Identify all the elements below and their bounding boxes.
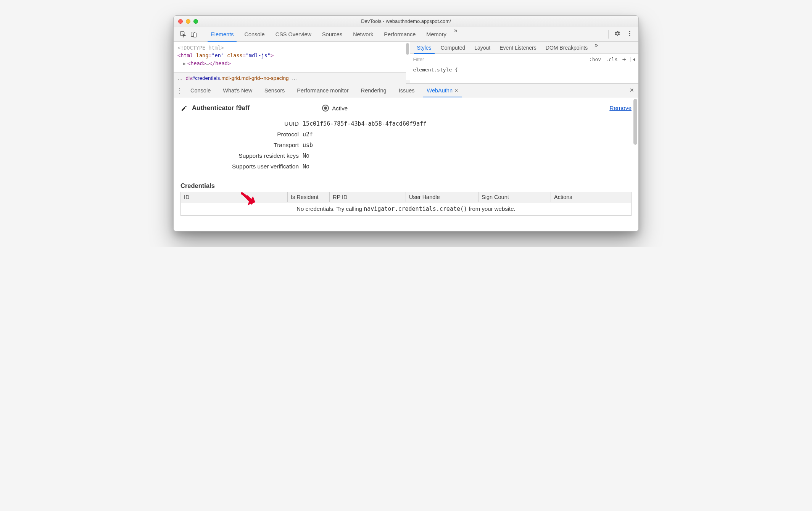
tab-elements[interactable]: Elements <box>205 27 239 41</box>
active-radio-icon[interactable] <box>322 105 329 112</box>
empty-text-pre: No credentials. Try calling <box>296 205 364 212</box>
edit-icon[interactable] <box>180 104 188 112</box>
empty-text-code: navigator.credentials.create() <box>364 205 467 212</box>
tab-console[interactable]: Console <box>239 27 270 41</box>
styles-subtabs: Styles Computed Layout Event Listeners D… <box>410 42 639 54</box>
authenticator-properties: UUID 15c01f56-785f-43b4-ab58-4facd60f9af… <box>180 120 632 170</box>
tab-sources[interactable]: Sources <box>317 27 348 41</box>
close-tab-icon[interactable]: × <box>455 87 458 94</box>
prop-row-transport: Transport usb <box>180 142 632 149</box>
styles-filter-input[interactable] <box>410 55 587 64</box>
empty-text-post: from your website. <box>467 205 516 212</box>
drawer-tab-webauthn-label: WebAuthn <box>427 87 453 94</box>
hov-toggle[interactable]: :hov <box>587 57 603 62</box>
svg-point-3 <box>629 31 630 32</box>
drawer-tab-performance-monitor[interactable]: Performance monitor <box>291 84 354 97</box>
dom-head-line[interactable]: ▶<head>…</head> <box>177 60 406 67</box>
active-radio-group[interactable]: Active <box>322 105 348 112</box>
prop-label: Supports resident keys <box>180 152 303 159</box>
expand-triangle-icon[interactable]: ▶ <box>183 60 187 67</box>
main-tabstrip: Elements Console CSS Overview Sources Ne… <box>202 27 604 41</box>
settings-icon[interactable] <box>614 30 621 38</box>
prop-label: Protocol <box>180 131 303 138</box>
credentials-heading: Credentials <box>180 182 632 189</box>
prop-row-uuid: UUID 15c01f56-785f-43b4-ab58-4facd60f9af… <box>180 120 632 127</box>
webauthn-panel: Authenticator f9aff Active Remove UUID 1… <box>174 97 638 231</box>
svg-rect-2 <box>193 33 196 37</box>
authenticator-header: Authenticator f9aff Active Remove <box>180 104 632 112</box>
col-id[interactable]: ID <box>181 192 288 202</box>
remove-authenticator-link[interactable]: Remove <box>609 105 632 112</box>
credentials-table: ID Is Resident RP ID User Handle Sign Co… <box>180 192 632 216</box>
drawer-menu-icon[interactable]: ⋮ <box>175 86 184 95</box>
prop-label: Supports user verification <box>180 163 303 170</box>
svg-point-5 <box>629 35 630 36</box>
tab-memory[interactable]: Memory <box>421 27 451 41</box>
toggle-sidebar-icon[interactable] <box>630 57 636 62</box>
tab-performance[interactable]: Performance <box>379 27 421 41</box>
prop-label: Transport <box>180 142 303 149</box>
toolbar-right-controls <box>604 30 637 39</box>
breadcrumb-left-ellipsis[interactable]: … <box>177 75 183 81</box>
styles-filter-row: :hov .cls + <box>410 54 639 65</box>
subtab-computed[interactable]: Computed <box>436 42 470 53</box>
col-actions[interactable]: Actions <box>551 192 632 202</box>
col-is-resident[interactable]: Is Resident <box>288 192 330 202</box>
active-label: Active <box>332 105 348 112</box>
drawer-tab-rendering[interactable]: Rendering <box>355 84 393 97</box>
main-tabs-overflow[interactable]: » <box>452 27 460 41</box>
content-vertical-scrollbar[interactable] <box>633 99 637 145</box>
tab-css-overview[interactable]: CSS Overview <box>270 27 317 41</box>
dom-html-line: <html lang="en" class="mdl-js"> <box>177 52 406 59</box>
prop-value: usb <box>303 142 313 149</box>
drawer-tab-whats-new[interactable]: What's New <box>217 84 258 97</box>
subtab-styles[interactable]: Styles <box>412 42 436 53</box>
drawer-tab-webauthn[interactable]: WebAuthn × <box>421 84 464 97</box>
cls-toggle[interactable]: .cls <box>603 57 620 62</box>
main-toolbar: Elements Console CSS Overview Sources Ne… <box>174 27 638 42</box>
device-toolbar-icon[interactable] <box>190 31 197 38</box>
drawer-close-icon[interactable]: × <box>630 86 634 94</box>
drawer-tab-sensors[interactable]: Sensors <box>258 84 291 97</box>
svg-point-4 <box>629 33 630 34</box>
prop-row-user-verification: Supports user verification No <box>180 163 632 170</box>
dom-doctype: <!DOCTYPE html> <box>177 44 406 52</box>
tab-network[interactable]: Network <box>348 27 379 41</box>
drawer-tabstrip: ⋮ Console What's New Sensors Performance… <box>174 84 638 97</box>
devtools-window: DevTools - webauthndemo.appspot.com/ Ele… <box>173 15 639 231</box>
more-menu-icon[interactable] <box>626 30 633 38</box>
col-user-handle[interactable]: User Handle <box>406 192 478 202</box>
styles-pane: Styles Computed Layout Event Listeners D… <box>410 42 639 83</box>
prop-label: UUID <box>180 120 303 127</box>
styles-tabs-overflow[interactable]: » <box>592 42 600 53</box>
breadcrumb-right-ellipsis[interactable]: … <box>292 75 297 81</box>
prop-value: 15c01f56-785f-43b4-ab58-4facd60f9aff <box>303 120 427 127</box>
window-titlebar: DevTools - webauthndemo.appspot.com/ <box>174 16 638 27</box>
toolbar-divider <box>608 30 609 39</box>
credentials-thead: ID Is Resident RP ID User Handle Sign Co… <box>181 192 632 202</box>
prop-value: No <box>303 163 309 170</box>
prop-row-resident-keys: Supports resident keys No <box>180 152 632 159</box>
col-rp-id[interactable]: RP ID <box>330 192 406 202</box>
drawer-tab-console[interactable]: Console <box>184 84 217 97</box>
new-style-rule-button[interactable]: + <box>620 56 628 63</box>
inspect-element-icon[interactable] <box>180 31 187 38</box>
subtab-layout[interactable]: Layout <box>470 42 495 53</box>
toolbar-left-controls <box>175 27 202 41</box>
prop-row-protocol: Protocol u2f <box>180 131 632 138</box>
prop-value: No <box>303 152 309 159</box>
breadcrumb-path[interactable]: div#credentials.mdl-grid.mdl-grid--no-sp… <box>183 75 292 81</box>
col-sign-count[interactable]: Sign Count <box>478 192 551 202</box>
authenticator-name: Authenticator f9aff <box>192 104 250 112</box>
credentials-empty-cell: No credentials. Try calling navigator.cr… <box>181 202 632 216</box>
dom-vertical-scrollbar[interactable] <box>406 43 409 55</box>
prop-value: u2f <box>303 131 313 138</box>
window-title: DevTools - webauthndemo.appspot.com/ <box>174 18 638 24</box>
styles-code-area[interactable]: element.style { <box>410 65 639 74</box>
credentials-empty-row: No credentials. Try calling navigator.cr… <box>181 202 632 216</box>
subtab-dom-breakpoints[interactable]: DOM Breakpoints <box>541 42 592 53</box>
dom-breadcrumb[interactable]: … div#credentials.mdl-grid.mdl-grid--no-… <box>174 72 406 84</box>
subtab-event-listeners[interactable]: Event Listeners <box>495 42 541 53</box>
drawer-tab-issues[interactable]: Issues <box>393 84 421 97</box>
